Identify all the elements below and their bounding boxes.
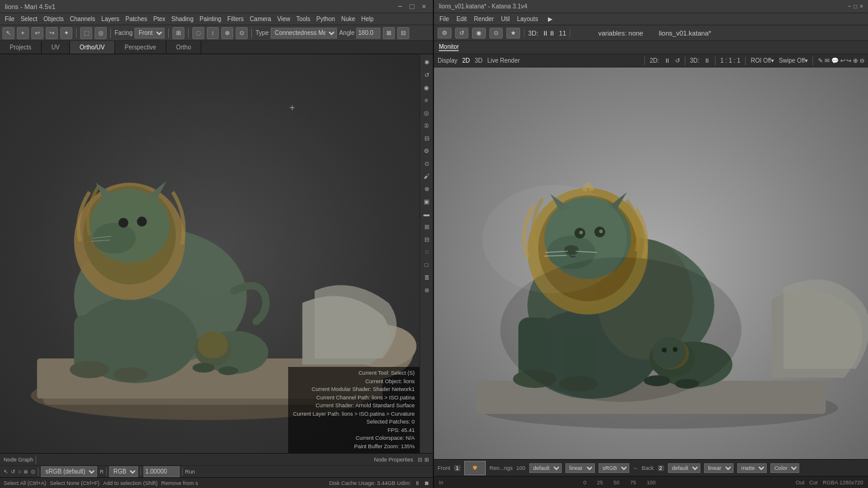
tab-uv[interactable]: UV bbox=[42, 41, 70, 54]
tab-perspective[interactable]: Perspective bbox=[115, 41, 166, 54]
kmenu-render[interactable]: Render bbox=[471, 16, 497, 22]
rc-2d[interactable]: 2D bbox=[462, 57, 470, 64]
k-btn-refresh[interactable]: ↺ bbox=[455, 28, 468, 39]
rc-pause-btn[interactable]: ⏸ bbox=[664, 57, 670, 64]
menu-shading[interactable]: Shading bbox=[169, 16, 196, 22]
tab-projects[interactable]: Projects bbox=[0, 41, 42, 54]
sidebar-tool-pin[interactable]: ◎ bbox=[421, 107, 432, 118]
k-btn-eye[interactable]: ◉ bbox=[472, 28, 486, 39]
katana-close-btn[interactable]: × bbox=[860, 3, 863, 10]
toolbar-btn-6[interactable]: ⬚ bbox=[80, 27, 92, 39]
select-none[interactable]: Select None (Ctrl+F) bbox=[50, 480, 99, 486]
kmenu-edit[interactable]: Edit bbox=[453, 16, 470, 22]
sidebar-tool-list[interactable]: ≡ bbox=[421, 95, 432, 105]
toolbar-btn-8[interactable]: ◌ bbox=[192, 27, 204, 39]
menu-select[interactable]: Select bbox=[18, 16, 40, 22]
tab-ortho[interactable]: Ortho bbox=[166, 41, 201, 54]
sidebar-tool-grid[interactable]: ⊟ bbox=[421, 234, 432, 245]
mari-3d-viewport[interactable]: + Current Tool: Select (S) Current Objec… bbox=[0, 54, 420, 453]
select-all[interactable]: Select All (Ctrl+A) bbox=[4, 480, 46, 486]
k-color-select[interactable]: Color bbox=[770, 463, 799, 473]
stop-btn[interactable]: ⏹ bbox=[424, 480, 429, 486]
sidebar-tool-gear[interactable]: ⚙ bbox=[421, 145, 432, 156]
node-properties-label[interactable]: Node Properties bbox=[374, 457, 413, 463]
rgb-select[interactable]: RGB bbox=[109, 466, 138, 477]
remove-from-s[interactable]: Remove from s bbox=[162, 480, 198, 486]
toolbar-btn-1[interactable]: ↖ bbox=[2, 27, 14, 39]
sidebar-tool-brush[interactable]: 🖌 bbox=[421, 170, 432, 181]
katana-render-viewport[interactable] bbox=[434, 67, 868, 459]
k-pause[interactable]: ⏸⏸ bbox=[542, 30, 555, 37]
sidebar-tool-zoom[interactable]: ⊕ bbox=[421, 183, 432, 194]
toolbar-btn-3[interactable]: ↩ bbox=[31, 27, 43, 39]
rc-3d[interactable]: 3D bbox=[475, 57, 483, 64]
kmenu-layouts[interactable]: Layouts bbox=[514, 16, 541, 22]
katana-minimize-btn[interactable]: − bbox=[848, 3, 851, 10]
toolbar-btn-grid[interactable]: ⊞ bbox=[172, 27, 184, 39]
rc-icons[interactable]: ✎ ✉ 💬 ↩ ↪ ⊕ ⊖ bbox=[818, 57, 864, 64]
sidebar-tool-globe[interactable]: ◉ bbox=[421, 82, 432, 93]
menu-layers[interactable]: Layers bbox=[99, 16, 122, 22]
toolbar-btn-2[interactable]: ⌖ bbox=[17, 27, 29, 39]
k-matte-select[interactable]: matte bbox=[737, 463, 767, 473]
menu-ptex[interactable]: Ptex bbox=[151, 16, 168, 22]
sidebar-tool-history[interactable]: ↺ bbox=[421, 69, 432, 80]
toolbar-btn-11[interactable]: ⊙ bbox=[236, 27, 248, 39]
toolbar-btn-9[interactable]: ↕ bbox=[207, 27, 219, 39]
srgb-select[interactable]: sRGB (default) bbox=[41, 466, 97, 477]
pause-btn[interactable]: ⏸ bbox=[415, 480, 420, 486]
add-to-selection[interactable]: Add to selection (Shift) bbox=[103, 480, 158, 486]
rc-refresh-btn[interactable]: ↺ bbox=[675, 57, 680, 64]
toolbar-btn-12[interactable]: ⊠ bbox=[383, 27, 395, 39]
facing-select[interactable]: Front bbox=[134, 28, 165, 39]
sidebar-tool-square[interactable]: □ bbox=[421, 259, 432, 270]
monitor-tab[interactable]: Monitor bbox=[439, 43, 459, 51]
menu-help[interactable]: Help bbox=[359, 16, 376, 22]
sidebar-tool-asterisk[interactable]: ✱ bbox=[421, 57, 432, 67]
value-input[interactable] bbox=[143, 466, 180, 477]
k-btn-gear[interactable]: ⚙ bbox=[438, 28, 451, 39]
sidebar-tool-dots[interactable]: ⁙ bbox=[421, 246, 432, 257]
bottom-tool-3[interactable]: ○ bbox=[18, 469, 21, 475]
toolbar-btn-4[interactable]: ↪ bbox=[46, 27, 58, 39]
menu-camera[interactable]: Camera bbox=[247, 16, 274, 22]
bottom-tool-2[interactable]: ↺ bbox=[11, 469, 16, 475]
menu-file[interactable]: File bbox=[2, 16, 17, 22]
toolbar-btn-5[interactable]: ✦ bbox=[60, 27, 72, 39]
node-graph-label[interactable]: Node Graph bbox=[4, 457, 33, 463]
run-label[interactable]: Run bbox=[185, 469, 195, 475]
rc-pause2-btn[interactable]: ⏸ bbox=[704, 57, 710, 64]
menu-patches[interactable]: Patches bbox=[123, 16, 149, 22]
rc-live[interactable]: Live Render bbox=[487, 57, 520, 64]
rc-roi-btn[interactable]: ROI Off▾ bbox=[750, 57, 774, 64]
menu-filters[interactable]: Filters bbox=[225, 16, 246, 22]
mari-maximize-btn[interactable]: □ bbox=[408, 2, 417, 11]
sidebar-tool-circle[interactable]: ⊙ bbox=[421, 158, 432, 169]
sidebar-tool-dash[interactable]: ⊟ bbox=[421, 133, 432, 143]
bottom-tool-1[interactable]: ↖ bbox=[4, 469, 8, 475]
k-default2-select[interactable]: default bbox=[668, 463, 700, 473]
tab-ortho-uv[interactable]: Ortho/UV bbox=[70, 41, 115, 54]
angle-input[interactable] bbox=[356, 28, 380, 39]
k-btn-settings[interactable]: ⊙ bbox=[489, 28, 503, 39]
kmenu-file[interactable]: File bbox=[436, 16, 452, 22]
katana-maximize-btn[interactable]: □ bbox=[854, 3, 857, 10]
sidebar-tool-layer[interactable]: ⊞ bbox=[421, 221, 432, 232]
sidebar-tool-tv[interactable]: ▬ bbox=[421, 208, 432, 219]
menu-tools[interactable]: Tools bbox=[294, 16, 312, 22]
k-default-select[interactable]: default bbox=[529, 463, 562, 473]
rc-swipe-btn[interactable]: Swipe Off▾ bbox=[779, 57, 808, 64]
toolbar-btn-7[interactable]: ◎ bbox=[95, 27, 107, 39]
menu-nuke[interactable]: Nuke bbox=[339, 16, 357, 22]
k-linear2-select[interactable]: linear bbox=[704, 463, 734, 473]
mari-close-btn[interactable]: × bbox=[420, 2, 428, 11]
type-select[interactable]: Connectedness Mesh bbox=[271, 28, 337, 39]
menu-view[interactable]: View bbox=[275, 16, 293, 22]
bottom-tool-5[interactable]: ⊙ bbox=[31, 469, 36, 475]
menu-channels[interactable]: Channels bbox=[68, 16, 98, 22]
menu-painting[interactable]: Painting bbox=[197, 16, 224, 22]
kmenu-util[interactable]: Util bbox=[498, 16, 512, 22]
sidebar-tool-lines[interactable]: ≣ bbox=[421, 272, 432, 283]
mari-minimize-btn[interactable]: − bbox=[396, 2, 404, 11]
sidebar-tool-settings[interactable]: ⊛ bbox=[421, 284, 432, 295]
